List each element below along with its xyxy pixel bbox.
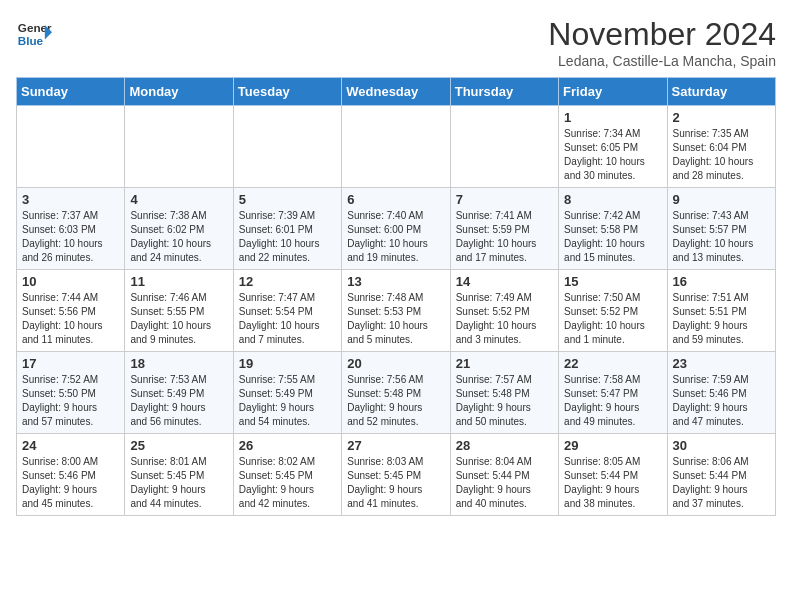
day-info: Sunrise: 8:01 AM Sunset: 5:45 PM Dayligh… bbox=[130, 455, 227, 511]
calendar-cell: 26Sunrise: 8:02 AM Sunset: 5:45 PM Dayli… bbox=[233, 434, 341, 516]
weekday-header: Tuesday bbox=[233, 78, 341, 106]
calendar-cell: 5Sunrise: 7:39 AM Sunset: 6:01 PM Daylig… bbox=[233, 188, 341, 270]
calendar-week-row: 3Sunrise: 7:37 AM Sunset: 6:03 PM Daylig… bbox=[17, 188, 776, 270]
calendar-cell: 20Sunrise: 7:56 AM Sunset: 5:48 PM Dayli… bbox=[342, 352, 450, 434]
weekday-header: Sunday bbox=[17, 78, 125, 106]
day-info: Sunrise: 7:53 AM Sunset: 5:49 PM Dayligh… bbox=[130, 373, 227, 429]
day-number: 23 bbox=[673, 356, 770, 371]
day-number: 2 bbox=[673, 110, 770, 125]
logo: General Blue bbox=[16, 16, 52, 52]
day-info: Sunrise: 7:57 AM Sunset: 5:48 PM Dayligh… bbox=[456, 373, 553, 429]
day-number: 21 bbox=[456, 356, 553, 371]
day-number: 29 bbox=[564, 438, 661, 453]
day-info: Sunrise: 8:04 AM Sunset: 5:44 PM Dayligh… bbox=[456, 455, 553, 511]
day-number: 20 bbox=[347, 356, 444, 371]
day-info: Sunrise: 7:42 AM Sunset: 5:58 PM Dayligh… bbox=[564, 209, 661, 265]
day-info: Sunrise: 7:40 AM Sunset: 6:00 PM Dayligh… bbox=[347, 209, 444, 265]
day-number: 14 bbox=[456, 274, 553, 289]
day-info: Sunrise: 7:35 AM Sunset: 6:04 PM Dayligh… bbox=[673, 127, 770, 183]
day-info: Sunrise: 7:43 AM Sunset: 5:57 PM Dayligh… bbox=[673, 209, 770, 265]
day-number: 22 bbox=[564, 356, 661, 371]
day-info: Sunrise: 7:44 AM Sunset: 5:56 PM Dayligh… bbox=[22, 291, 119, 347]
calendar-cell: 29Sunrise: 8:05 AM Sunset: 5:44 PM Dayli… bbox=[559, 434, 667, 516]
day-number: 10 bbox=[22, 274, 119, 289]
day-info: Sunrise: 7:37 AM Sunset: 6:03 PM Dayligh… bbox=[22, 209, 119, 265]
calendar-cell: 2Sunrise: 7:35 AM Sunset: 6:04 PM Daylig… bbox=[667, 106, 775, 188]
day-number: 18 bbox=[130, 356, 227, 371]
calendar-cell: 11Sunrise: 7:46 AM Sunset: 5:55 PM Dayli… bbox=[125, 270, 233, 352]
day-number: 12 bbox=[239, 274, 336, 289]
day-info: Sunrise: 7:48 AM Sunset: 5:53 PM Dayligh… bbox=[347, 291, 444, 347]
calendar-week-row: 10Sunrise: 7:44 AM Sunset: 5:56 PM Dayli… bbox=[17, 270, 776, 352]
day-number: 19 bbox=[239, 356, 336, 371]
calendar-cell: 30Sunrise: 8:06 AM Sunset: 5:44 PM Dayli… bbox=[667, 434, 775, 516]
day-info: Sunrise: 8:05 AM Sunset: 5:44 PM Dayligh… bbox=[564, 455, 661, 511]
page-header: General Blue November 2024 Ledana, Casti… bbox=[16, 16, 776, 69]
calendar-cell: 23Sunrise: 7:59 AM Sunset: 5:46 PM Dayli… bbox=[667, 352, 775, 434]
day-number: 27 bbox=[347, 438, 444, 453]
day-number: 26 bbox=[239, 438, 336, 453]
calendar-week-row: 1Sunrise: 7:34 AM Sunset: 6:05 PM Daylig… bbox=[17, 106, 776, 188]
day-info: Sunrise: 7:50 AM Sunset: 5:52 PM Dayligh… bbox=[564, 291, 661, 347]
location-title: Ledana, Castille-La Mancha, Spain bbox=[548, 53, 776, 69]
calendar-cell: 3Sunrise: 7:37 AM Sunset: 6:03 PM Daylig… bbox=[17, 188, 125, 270]
calendar-cell bbox=[17, 106, 125, 188]
calendar-cell: 14Sunrise: 7:49 AM Sunset: 5:52 PM Dayli… bbox=[450, 270, 558, 352]
calendar-cell bbox=[450, 106, 558, 188]
svg-text:Blue: Blue bbox=[18, 34, 44, 47]
logo-icon: General Blue bbox=[16, 16, 52, 52]
day-info: Sunrise: 8:00 AM Sunset: 5:46 PM Dayligh… bbox=[22, 455, 119, 511]
calendar-cell: 28Sunrise: 8:04 AM Sunset: 5:44 PM Dayli… bbox=[450, 434, 558, 516]
calendar-cell: 1Sunrise: 7:34 AM Sunset: 6:05 PM Daylig… bbox=[559, 106, 667, 188]
day-number: 13 bbox=[347, 274, 444, 289]
day-number: 30 bbox=[673, 438, 770, 453]
day-info: Sunrise: 7:56 AM Sunset: 5:48 PM Dayligh… bbox=[347, 373, 444, 429]
month-title: November 2024 bbox=[548, 16, 776, 53]
day-info: Sunrise: 8:02 AM Sunset: 5:45 PM Dayligh… bbox=[239, 455, 336, 511]
calendar-cell: 9Sunrise: 7:43 AM Sunset: 5:57 PM Daylig… bbox=[667, 188, 775, 270]
day-info: Sunrise: 7:59 AM Sunset: 5:46 PM Dayligh… bbox=[673, 373, 770, 429]
day-info: Sunrise: 7:39 AM Sunset: 6:01 PM Dayligh… bbox=[239, 209, 336, 265]
calendar-cell: 17Sunrise: 7:52 AM Sunset: 5:50 PM Dayli… bbox=[17, 352, 125, 434]
calendar-cell: 24Sunrise: 8:00 AM Sunset: 5:46 PM Dayli… bbox=[17, 434, 125, 516]
day-number: 7 bbox=[456, 192, 553, 207]
day-info: Sunrise: 7:41 AM Sunset: 5:59 PM Dayligh… bbox=[456, 209, 553, 265]
weekday-header-row: SundayMondayTuesdayWednesdayThursdayFrid… bbox=[17, 78, 776, 106]
calendar-cell: 6Sunrise: 7:40 AM Sunset: 6:00 PM Daylig… bbox=[342, 188, 450, 270]
calendar-cell: 10Sunrise: 7:44 AM Sunset: 5:56 PM Dayli… bbox=[17, 270, 125, 352]
title-area: November 2024 Ledana, Castille-La Mancha… bbox=[548, 16, 776, 69]
calendar-cell: 12Sunrise: 7:47 AM Sunset: 5:54 PM Dayli… bbox=[233, 270, 341, 352]
weekday-header: Wednesday bbox=[342, 78, 450, 106]
day-number: 15 bbox=[564, 274, 661, 289]
day-number: 5 bbox=[239, 192, 336, 207]
calendar-cell: 16Sunrise: 7:51 AM Sunset: 5:51 PM Dayli… bbox=[667, 270, 775, 352]
day-number: 16 bbox=[673, 274, 770, 289]
day-number: 6 bbox=[347, 192, 444, 207]
weekday-header: Friday bbox=[559, 78, 667, 106]
day-info: Sunrise: 8:06 AM Sunset: 5:44 PM Dayligh… bbox=[673, 455, 770, 511]
calendar-cell: 27Sunrise: 8:03 AM Sunset: 5:45 PM Dayli… bbox=[342, 434, 450, 516]
day-info: Sunrise: 8:03 AM Sunset: 5:45 PM Dayligh… bbox=[347, 455, 444, 511]
day-info: Sunrise: 7:38 AM Sunset: 6:02 PM Dayligh… bbox=[130, 209, 227, 265]
day-number: 11 bbox=[130, 274, 227, 289]
day-number: 28 bbox=[456, 438, 553, 453]
day-number: 17 bbox=[22, 356, 119, 371]
calendar-cell: 21Sunrise: 7:57 AM Sunset: 5:48 PM Dayli… bbox=[450, 352, 558, 434]
calendar-cell: 7Sunrise: 7:41 AM Sunset: 5:59 PM Daylig… bbox=[450, 188, 558, 270]
calendar-week-row: 17Sunrise: 7:52 AM Sunset: 5:50 PM Dayli… bbox=[17, 352, 776, 434]
day-number: 9 bbox=[673, 192, 770, 207]
weekday-header: Monday bbox=[125, 78, 233, 106]
calendar-cell: 4Sunrise: 7:38 AM Sunset: 6:02 PM Daylig… bbox=[125, 188, 233, 270]
calendar-cell: 15Sunrise: 7:50 AM Sunset: 5:52 PM Dayli… bbox=[559, 270, 667, 352]
calendar-cell: 25Sunrise: 8:01 AM Sunset: 5:45 PM Dayli… bbox=[125, 434, 233, 516]
calendar-cell: 8Sunrise: 7:42 AM Sunset: 5:58 PM Daylig… bbox=[559, 188, 667, 270]
day-info: Sunrise: 7:51 AM Sunset: 5:51 PM Dayligh… bbox=[673, 291, 770, 347]
day-number: 25 bbox=[130, 438, 227, 453]
day-number: 4 bbox=[130, 192, 227, 207]
day-info: Sunrise: 7:34 AM Sunset: 6:05 PM Dayligh… bbox=[564, 127, 661, 183]
weekday-header: Saturday bbox=[667, 78, 775, 106]
calendar-cell bbox=[342, 106, 450, 188]
calendar-cell bbox=[233, 106, 341, 188]
day-number: 3 bbox=[22, 192, 119, 207]
calendar-cell: 22Sunrise: 7:58 AM Sunset: 5:47 PM Dayli… bbox=[559, 352, 667, 434]
